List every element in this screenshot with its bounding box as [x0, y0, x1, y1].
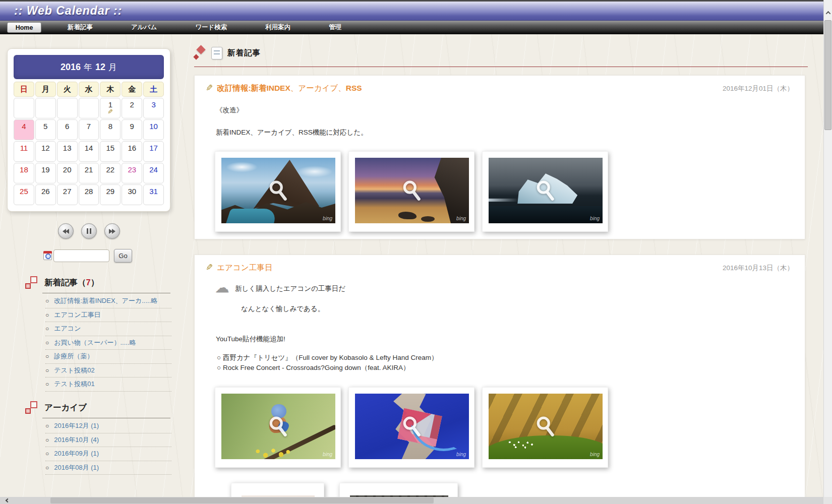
calendar-day-cell-with-event[interactable]: 1 ✎: [100, 98, 121, 118]
calendar-day-cell[interactable]: 27: [57, 184, 78, 205]
list-item[interactable]: ○2016年12月 (1): [45, 419, 171, 433]
recent-articles-heading: 新着記事（7）: [25, 276, 170, 289]
photo-thumbnail-golden-hills[interactable]: bing: [482, 387, 608, 468]
nav-item-usage-guide[interactable]: 利用案内: [259, 23, 296, 32]
calendar-week-row: 11 12 13 14 15 16 17: [14, 141, 164, 162]
photo-thumbnail-sunset-beach[interactable]: bing: [348, 151, 474, 232]
date-search-input[interactable]: [53, 249, 109, 262]
calendar-day-cell[interactable]: [57, 98, 78, 118]
archive-link[interactable]: 2016年08月 (1): [54, 463, 99, 472]
circle-bullet-icon: ○: [45, 367, 49, 374]
scroll-left-button[interactable]: [2, 497, 13, 504]
calendar-day-cell[interactable]: 26: [35, 184, 56, 205]
list-item[interactable]: ○診療所（薬）: [45, 350, 171, 364]
youtube-link[interactable]: ○ Rock Free Concert - Crossroads?Going d…: [217, 363, 794, 373]
calendar-day-cell-holiday[interactable]: 23: [122, 163, 142, 183]
youtube-links-list: ○ 西野カナ『トリセツ』（Full cover by Kobasolo & Le…: [217, 353, 794, 373]
photo-thumbnail-iceberg[interactable]: bing: [482, 151, 608, 232]
calendar-day-cell[interactable]: 14: [79, 141, 99, 162]
calendar-day-cell[interactable]: 5: [35, 119, 56, 140]
list-item[interactable]: ○改訂情報:新着INDEX、アーカ.....略: [45, 294, 171, 308]
photo-thumbnail-rock-arch[interactable]: bing: [215, 151, 341, 232]
calendar-day-cell[interactable]: 18: [14, 163, 34, 183]
calendar-day-cell[interactable]: 3: [143, 98, 164, 118]
circle-bullet-icon: ○: [45, 422, 49, 429]
calendar-search-icon: [43, 251, 52, 260]
youtube-link[interactable]: ○ 西野カナ『トリセツ』（Full cover by Kobasolo & Le…: [217, 353, 794, 363]
weekday-fri: 金: [122, 82, 142, 97]
calendar-day-cell[interactable]: 25: [14, 184, 34, 205]
weekday-mon: 月: [35, 82, 56, 97]
scroll-up-button[interactable]: [824, 6, 832, 19]
calendar-day-cell[interactable]: 21: [79, 163, 99, 183]
calendar-day-cell-today[interactable]: 4: [14, 119, 34, 140]
calendar-day-cell[interactable]: 17: [143, 141, 164, 162]
calendar-day-cell[interactable]: 15: [100, 141, 121, 162]
calendar-day-cell[interactable]: 10: [143, 119, 164, 140]
list-item[interactable]: ○テスト投稿02: [45, 364, 171, 378]
article-title[interactable]: エアコン工事日: [217, 263, 272, 273]
calendar-day-cell[interactable]: 19: [35, 163, 56, 183]
nav-item-home[interactable]: Home: [7, 22, 41, 33]
list-item[interactable]: ○エアコン: [45, 322, 171, 336]
recent-article-link[interactable]: エアコン: [54, 324, 81, 333]
calendar-day-cell[interactable]: 13: [57, 141, 78, 162]
calendar-day-cell[interactable]: 20: [57, 163, 78, 183]
calendar-day-cell[interactable]: 16: [122, 141, 142, 162]
overlapping-squares-icon: [25, 401, 38, 414]
weekday-wed: 水: [79, 82, 99, 97]
recent-article-link[interactable]: 改訂情報:新着INDEX、アーカ.....略: [54, 296, 157, 305]
recent-article-link[interactable]: 診療所（薬）: [54, 352, 93, 361]
archive-link[interactable]: 2016年10月 (4): [54, 435, 99, 445]
vertical-scrollbar-thumb[interactable]: [824, 20, 831, 130]
photo-thumbnail-satellite-map[interactable]: bing: [348, 387, 474, 468]
article-title[interactable]: 改訂情報:新着INDEX、アーカイブ、RSS: [217, 83, 362, 94]
calendar-day-cell[interactable]: [79, 98, 99, 118]
calendar-day-cell[interactable]: [35, 98, 56, 118]
nav-item-new-articles[interactable]: 新着記事: [62, 23, 99, 32]
calendar-day-cell[interactable]: 9: [122, 119, 142, 140]
calendar-day-cell[interactable]: 11: [14, 141, 34, 162]
recent-article-link[interactable]: テスト投稿01: [54, 380, 94, 389]
calendar-week-row: 4 5 6 7 8 9 10: [14, 119, 164, 140]
list-item[interactable]: ○2016年08月 (1): [45, 461, 171, 475]
go-button[interactable]: Go: [114, 249, 132, 263]
vertical-scrollbar[interactable]: [823, 0, 832, 497]
recent-article-link[interactable]: テスト投稿02: [54, 366, 94, 375]
calendar-day-cell[interactable]: 24: [143, 163, 164, 183]
calendar-month-title: 2016 年 12 月: [14, 55, 164, 79]
calendar-day-cell[interactable]: 30: [122, 184, 142, 205]
horizontal-scrollbar-thumb[interactable]: [50, 497, 434, 503]
recent-article-link[interactable]: エアコン工事日: [54, 310, 100, 320]
archive-link[interactable]: 2016年12月 (1): [54, 421, 99, 430]
calendar-day-cell[interactable]: 7: [79, 119, 99, 140]
calendar-day-cell[interactable]: 29: [100, 184, 121, 205]
next-month-button[interactable]: [104, 223, 120, 239]
nav-item-word-search[interactable]: ワード検索: [189, 23, 233, 32]
prev-month-button[interactable]: [58, 223, 74, 239]
photo-thumbnail-bird[interactable]: bing: [215, 387, 341, 468]
calendar-day-cell[interactable]: 28: [79, 184, 99, 205]
diamonds-icon: [194, 45, 206, 60]
list-item[interactable]: ○エアコン工事日: [45, 308, 171, 323]
calendar-day-cell[interactable]: 8: [100, 119, 121, 140]
calendar-day-cell[interactable]: 6: [57, 119, 78, 140]
calendar-day-cell[interactable]: 12: [35, 141, 56, 162]
nav-item-album[interactable]: アルバム: [125, 23, 163, 32]
list-item[interactable]: ○お買い物（スーパー）.....略: [45, 336, 171, 350]
pause-button[interactable]: [81, 223, 97, 239]
list-item[interactable]: ○2016年09月 (1): [45, 447, 171, 461]
main-navigation: Home 新着記事 アルバム ワード検索 利用案内 管理: [0, 21, 832, 34]
horizontal-scrollbar[interactable]: [0, 497, 823, 504]
calendar-day-cell[interactable]: 31: [143, 184, 164, 205]
calendar-day-cell[interactable]: 22: [100, 163, 121, 183]
calendar-day-cell[interactable]: 2: [122, 98, 142, 118]
calendar-day-cell[interactable]: [14, 98, 34, 118]
list-item[interactable]: ○2016年10月 (4): [45, 433, 171, 448]
magnifier-icon: [401, 416, 423, 437]
chevron-left-icon: [6, 498, 10, 502]
archive-link[interactable]: 2016年09月 (1): [54, 449, 99, 458]
list-item[interactable]: ○テスト投稿01: [45, 377, 171, 392]
nav-item-admin[interactable]: 管理: [323, 23, 347, 32]
recent-article-link[interactable]: お買い物（スーパー）.....略: [54, 338, 136, 347]
